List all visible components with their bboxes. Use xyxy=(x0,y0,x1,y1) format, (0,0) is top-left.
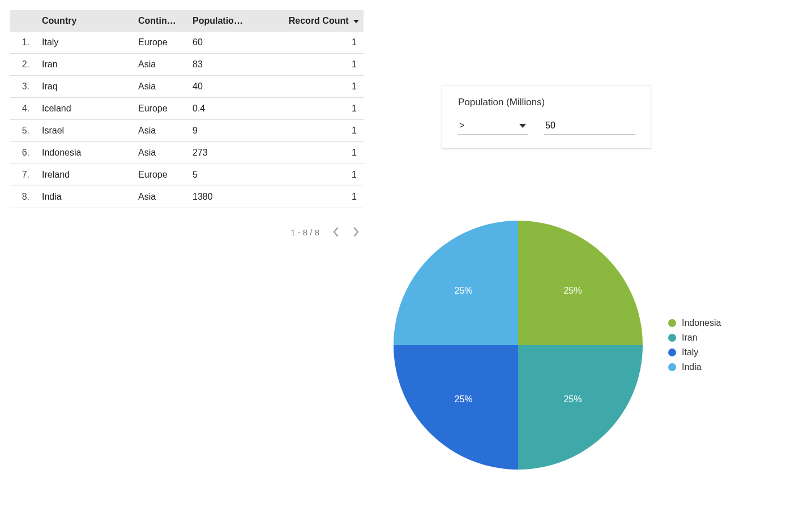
cell-record-count: 1 xyxy=(262,164,364,186)
cell-record-count: 1 xyxy=(262,98,364,120)
cell-continent: Europe xyxy=(134,32,188,54)
cell-population: 5 xyxy=(188,164,262,186)
cell-population: 273 xyxy=(188,142,262,164)
pie-slice[interactable] xyxy=(518,345,643,470)
country-data-table: Country Contin… Populatio… Record Count … xyxy=(10,10,364,208)
legend-swatch xyxy=(668,348,676,356)
col-header-population[interactable]: Populatio… xyxy=(188,10,262,32)
col-header-index[interactable] xyxy=(10,10,37,32)
pie-slice-label: 25% xyxy=(563,394,582,404)
population-filter-card: Population (Millions) > xyxy=(442,85,651,149)
cell-index: 1. xyxy=(10,32,37,54)
pie-slice-label: 25% xyxy=(563,286,582,295)
cell-index: 3. xyxy=(10,76,37,98)
cell-continent: Asia xyxy=(134,120,188,142)
legend-label: Italy xyxy=(682,347,698,358)
cell-index: 6. xyxy=(10,142,37,164)
table-row[interactable]: 1.ItalyEurope601 xyxy=(10,32,364,54)
filter-operator-value: > xyxy=(459,121,464,131)
cell-population: 9 xyxy=(188,120,262,142)
cell-record-count: 1 xyxy=(262,186,364,208)
cell-continent: Asia xyxy=(134,54,188,76)
pager-next-button[interactable] xyxy=(352,226,360,238)
sort-desc-icon xyxy=(353,20,359,23)
legend-item[interactable]: Indonesia xyxy=(668,318,721,328)
cell-continent: Asia xyxy=(134,142,188,164)
table-row[interactable]: 3.IraqAsia401 xyxy=(10,76,364,98)
legend-label: Indonesia xyxy=(682,318,721,328)
chevron-down-icon xyxy=(519,124,526,128)
record-count-pie-chart: 25%25%25%25% IndonesiaIranItalyIndia xyxy=(385,204,793,487)
filter-operator-select[interactable]: > xyxy=(458,118,528,135)
pager-range: 1 - 8 / 8 xyxy=(290,227,319,237)
filter-value-input[interactable] xyxy=(544,118,635,135)
table-row[interactable]: 2.IranAsia831 xyxy=(10,54,364,76)
legend-label: India xyxy=(682,362,702,372)
cell-country: Italy xyxy=(37,32,134,54)
pie-slice-label: 25% xyxy=(455,394,473,404)
table-row[interactable]: 5.IsraelAsia91 xyxy=(10,120,364,142)
legend-item[interactable]: India xyxy=(668,362,721,372)
cell-country: Israel xyxy=(37,120,134,142)
pie-slice[interactable] xyxy=(394,345,518,470)
cell-record-count: 1 xyxy=(262,76,364,98)
table-row[interactable]: 4.IcelandEurope0.41 xyxy=(10,98,364,120)
cell-index: 4. xyxy=(10,98,37,120)
cell-record-count: 1 xyxy=(262,120,364,142)
cell-country: Iraq xyxy=(37,76,134,98)
filter-title: Population (Millions) xyxy=(458,97,635,108)
table-row[interactable]: 8.IndiaAsia13801 xyxy=(10,186,364,208)
cell-continent: Europe xyxy=(134,98,188,120)
pie-slice-label: 25% xyxy=(455,286,473,295)
col-header-country[interactable]: Country xyxy=(37,10,134,32)
pie-slice[interactable] xyxy=(394,221,518,345)
cell-country: India xyxy=(37,186,134,208)
cell-population: 60 xyxy=(188,32,262,54)
legend-swatch xyxy=(668,363,676,371)
table-pager: 1 - 8 / 8 xyxy=(10,226,364,238)
cell-population: 83 xyxy=(188,54,262,76)
cell-country: Iran xyxy=(37,54,134,76)
pie-legend: IndonesiaIranItalyIndia xyxy=(668,318,721,372)
cell-country: Ireland xyxy=(37,164,134,186)
cell-population: 0.4 xyxy=(188,98,262,120)
legend-item[interactable]: Italy xyxy=(668,347,721,358)
cell-country: Indonesia xyxy=(37,142,134,164)
cell-continent: Europe xyxy=(134,164,188,186)
cell-population: 1380 xyxy=(188,186,262,208)
table-row[interactable]: 7.IrelandEurope51 xyxy=(10,164,364,186)
cell-country: Iceland xyxy=(37,98,134,120)
chevron-right-icon xyxy=(352,226,360,238)
cell-population: 40 xyxy=(188,76,262,98)
cell-record-count: 1 xyxy=(262,32,364,54)
cell-record-count: 1 xyxy=(262,54,364,76)
cell-continent: Asia xyxy=(134,186,188,208)
legend-swatch xyxy=(668,334,676,342)
chevron-left-icon xyxy=(332,226,340,238)
cell-index: 5. xyxy=(10,120,37,142)
legend-item[interactable]: Iran xyxy=(668,333,721,343)
cell-index: 7. xyxy=(10,164,37,186)
table-row[interactable]: 6.IndonesiaAsia2731 xyxy=(10,142,364,164)
col-header-record-count-label: Record Count xyxy=(289,16,349,25)
pie-chart-svg: 25%25%25%25% xyxy=(385,212,651,478)
pie-slice[interactable] xyxy=(518,221,643,345)
cell-index: 2. xyxy=(10,54,37,76)
cell-index: 8. xyxy=(10,186,37,208)
cell-continent: Asia xyxy=(134,76,188,98)
col-header-record-count[interactable]: Record Count xyxy=(262,10,364,32)
pager-prev-button[interactable] xyxy=(332,226,340,238)
col-header-continent[interactable]: Contin… xyxy=(134,10,188,32)
legend-swatch xyxy=(668,319,676,327)
cell-record-count: 1 xyxy=(262,142,364,164)
legend-label: Iran xyxy=(682,333,698,343)
